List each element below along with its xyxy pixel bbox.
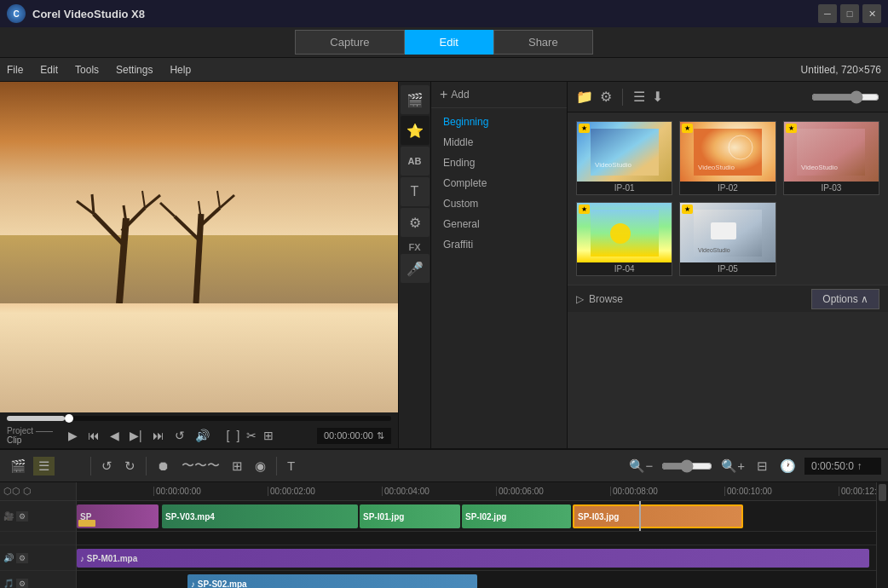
filter-btn[interactable]: ⚙ xyxy=(401,208,430,237)
skip-end-button[interactable]: ⏭ xyxy=(151,427,166,444)
timeline-timecode: 0:00:50:0 ↑ xyxy=(804,458,881,475)
sort-btn[interactable]: ⬇ xyxy=(652,89,663,105)
clip-spi01[interactable]: SP-I01.jpg xyxy=(360,504,460,528)
thumbnail-ip03[interactable]: ★ VideoStudio xyxy=(783,121,879,195)
clip-sps02[interactable]: ♪ SP-S02.mpa xyxy=(187,574,477,588)
audio-btn[interactable]: 🎤 xyxy=(401,254,430,283)
effect-complete[interactable]: Complete xyxy=(431,173,567,193)
tl-sep-1 xyxy=(90,457,91,476)
next-frame-button[interactable]: ▶| xyxy=(128,427,144,444)
thumb-img-ip02: VideoStudio xyxy=(680,122,775,182)
volume-button[interactable]: 🔊 xyxy=(193,427,211,444)
minimize-button[interactable]: ─ xyxy=(818,4,837,23)
timeline-scrollbar[interactable] xyxy=(876,482,888,588)
timeline-view-btn[interactable]: 🎬 xyxy=(7,457,30,476)
collapse-tracks-btn[interactable]: ⬡ xyxy=(23,486,32,497)
record-btn[interactable]: ⏺ xyxy=(153,457,173,475)
badge-ip01: ★ xyxy=(579,124,590,133)
effects-header: + Add xyxy=(431,82,567,108)
close-button[interactable]: ✕ xyxy=(862,4,881,23)
mark-out-button[interactable]: ] xyxy=(234,427,241,444)
track-audio-icon[interactable]: 🔊 xyxy=(3,553,14,562)
tl-sep-3 xyxy=(276,457,277,476)
tab-edit[interactable]: Edit xyxy=(405,30,493,55)
render-btn[interactable]: ◉ xyxy=(251,457,269,476)
app-title-area: C Corel VideoStudio X8 xyxy=(7,4,145,23)
waveform-btn[interactable]: 〜〜〜 xyxy=(178,456,223,476)
menu-help[interactable]: Help xyxy=(170,64,191,76)
effect-custom[interactable]: Custom xyxy=(431,193,567,214)
clip-spi03[interactable]: SP-I03.jpg xyxy=(573,504,743,528)
menu-edit[interactable]: Edit xyxy=(40,64,58,76)
ruler-mark-2: 00:00:02:00 xyxy=(268,487,382,496)
track-video-icon[interactable]: 🎥 xyxy=(3,511,14,521)
tab-capture[interactable]: Capture xyxy=(295,30,404,55)
menu-file[interactable]: File xyxy=(7,64,23,76)
ruler-mark-6: 00:00:06:00 xyxy=(496,487,610,496)
ruler-mark-8: 00:00:08:00 xyxy=(610,487,724,496)
clip-spi02[interactable]: SP-I02.jpg xyxy=(462,504,571,528)
effect-middle[interactable]: Middle xyxy=(431,132,567,153)
track-music-icon[interactable]: 🎵 xyxy=(3,579,14,588)
mark-in-button[interactable]: [ xyxy=(225,427,232,444)
effect-general[interactable]: General xyxy=(431,214,567,234)
skip-start-button[interactable]: ⏮ xyxy=(86,427,101,444)
split-button[interactable]: ⊞ xyxy=(262,427,275,444)
redo-btn[interactable]: ↻ xyxy=(121,457,139,476)
thumbnails-toolbar: 📁 ⚙ ☰ ⬇ xyxy=(568,82,888,112)
browse-icon: ▷ xyxy=(576,293,584,305)
effect-ending[interactable]: Ending xyxy=(431,153,567,173)
timeline-ruler: 00:00:00:00 00:00:02:00 00:00:04:00 00:0… xyxy=(77,482,876,501)
gear-toolbar-btn[interactable]: ⚙ xyxy=(600,89,612,105)
thumbnail-ip05[interactable]: ★ VideoStud xyxy=(679,202,776,276)
thumbnail-ip02[interactable]: ★ VideoStud xyxy=(679,121,776,195)
media-btn[interactable]: 🎬 xyxy=(401,85,430,114)
thumbnail-ip01[interactable]: ★ VideoStudio xyxy=(576,121,672,195)
options-button[interactable]: Options ∧ xyxy=(811,289,879,309)
zoom-slider[interactable] xyxy=(811,90,879,104)
track-video-settings[interactable]: ⚙ xyxy=(16,511,28,522)
prev-frame-button[interactable]: ◀ xyxy=(108,427,121,444)
track-audio-settings[interactable]: ⚙ xyxy=(16,553,28,563)
clock-btn[interactable]: 🕐 xyxy=(776,457,799,476)
menu-settings[interactable]: Settings xyxy=(116,64,153,76)
expand-tracks-btn[interactable]: ⬡⬡ xyxy=(3,486,20,497)
timeline-track-btn[interactable]: ☰ xyxy=(33,457,55,476)
zoom-in-btn[interactable]: 🔍+ xyxy=(718,457,748,476)
menu-tools[interactable]: Tools xyxy=(75,64,99,76)
list-view-btn[interactable]: ☰ xyxy=(633,89,645,105)
clip-spm01[interactable]: ♪ SP-M01.mpa xyxy=(77,549,869,568)
effect-beginning[interactable]: Beginning xyxy=(431,112,567,132)
add-button[interactable]: + Add xyxy=(440,87,470,102)
title-tl-btn[interactable]: T xyxy=(284,457,298,475)
thumb-img-ip04 xyxy=(577,203,672,262)
clip-sp[interactable]: SP xyxy=(77,504,159,528)
track-music-settings[interactable]: ⚙ xyxy=(16,579,28,589)
trim-button[interactable]: ✂ xyxy=(245,427,258,444)
text-btn[interactable]: T xyxy=(401,177,430,206)
repeat-button[interactable]: ↺ xyxy=(173,427,187,444)
plus-icon: + xyxy=(440,87,447,102)
clip-spm01-label: ♪ SP-M01.mpa xyxy=(80,554,137,563)
thumbnail-ip04[interactable]: ★ xyxy=(576,202,672,276)
clip-spv03[interactable]: SP-V03.mp4 xyxy=(162,504,358,528)
progress-bar[interactable] xyxy=(7,416,391,421)
timeline-zoom-slider[interactable] xyxy=(661,459,712,473)
storyboard-btn[interactable]: ⊞ xyxy=(228,457,246,476)
effect-graffiti[interactable]: Graffiti xyxy=(431,234,567,255)
scrollbar-thumb[interactable] xyxy=(879,484,886,501)
undo-btn[interactable]: ↺ xyxy=(98,457,116,476)
play-button[interactable]: ▶ xyxy=(66,427,79,444)
timeline-left-toolbar: 🎬 ☰ xyxy=(7,457,84,476)
progress-handle[interactable] xyxy=(65,414,73,423)
restore-button[interactable]: □ xyxy=(840,4,859,23)
title-btn[interactable]: AB xyxy=(401,147,430,176)
clip-sps02-label: ♪ SP-S02.mpa xyxy=(191,579,247,589)
zoom-slider-wrap xyxy=(811,90,879,104)
fit-btn[interactable]: ⊟ xyxy=(753,457,771,476)
tab-share[interactable]: Share xyxy=(493,30,593,55)
zoom-out-btn[interactable]: 🔍− xyxy=(626,457,656,476)
folder-btn[interactable]: 📁 xyxy=(576,89,593,105)
browse-button[interactable]: ▷ Browse xyxy=(576,293,623,305)
transition-btn[interactable]: ⭐ xyxy=(401,116,430,145)
